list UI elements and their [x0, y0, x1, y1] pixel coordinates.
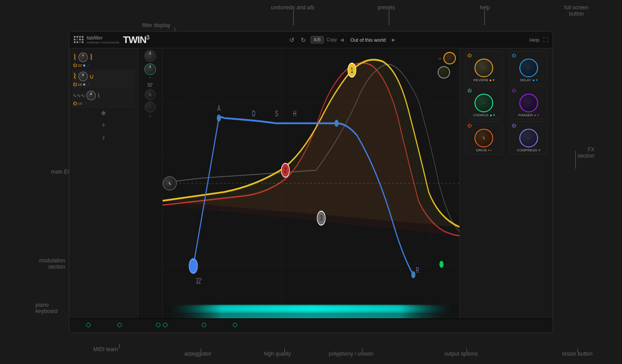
eg-pitch-knob[interactable]	[145, 102, 156, 112]
fx-row-3: ⏻ DRIVE	[463, 121, 550, 154]
delay-label: DELAY	[520, 78, 531, 82]
next-preset-button[interactable]: ▶	[392, 37, 395, 42]
osc2-power[interactable]: ⏻	[73, 82, 77, 87]
placement-indicator-x	[156, 323, 160, 327]
label-resize: resize button	[562, 351, 593, 357]
osc1-power[interactable]: ⏻	[73, 63, 77, 67]
plugin-main: fabfilter software instruments TWIN3 ↺ ↻…	[69, 31, 553, 333]
chorus-power[interactable]: ⏻	[467, 88, 471, 93]
reverb-power[interactable]: ⏻	[467, 53, 471, 58]
compress-knob[interactable]: ···	[519, 129, 538, 147]
drive-dots	[488, 150, 492, 151]
filter-visualization-area[interactable]: 1 2 3	[163, 48, 459, 318]
eg-knob-2: •	[144, 63, 156, 79]
drive-power[interactable]: ⏻	[467, 123, 471, 128]
fx-phaser: ⏻ ··· PHASER ▾	[510, 86, 547, 119]
chorus-dropdown[interactable]: ▾	[493, 113, 495, 117]
osc2-detune: ..″	[86, 83, 89, 87]
fx-delay: ⏻ ··· DELAY ▾	[510, 51, 547, 84]
drive-dot-1	[488, 150, 490, 151]
reverb-dot	[490, 79, 491, 81]
mod-effects: Effects	[219, 319, 251, 333]
fullscreen-button[interactable]: ⛶	[543, 37, 548, 43]
label-high-quality: high quality	[264, 351, 291, 357]
ab-button[interactable]: A/B	[311, 36, 324, 44]
help-button[interactable]: Help	[529, 37, 539, 43]
oscillator-1: ⌇ ⌇ ⏻ 32' ..″	[72, 51, 135, 69]
crunch-indicator	[202, 323, 206, 327]
svg-text:S: S	[275, 109, 278, 118]
eg-octave-label: 32'	[147, 83, 153, 87]
add-osc-button[interactable]: +	[72, 119, 135, 132]
redo-button[interactable]: ↻	[299, 36, 308, 44]
reverb-knob[interactable]: ···	[474, 59, 493, 77]
connection-knob[interactable]	[163, 176, 177, 190]
osc1-wave1: ⌇	[73, 52, 77, 62]
osc1-pitch-knob[interactable]	[78, 52, 88, 62]
osc3-wave2: ⌇	[97, 92, 100, 99]
fx-chorus: ⏻ ··· CHORUS ▾	[465, 86, 503, 119]
delay-dropdown[interactable]: ▾	[536, 78, 538, 82]
compress-power[interactable]: ⏻	[512, 123, 516, 128]
eg-knob-1-control[interactable]	[144, 50, 156, 62]
osc3-knob[interactable]	[86, 91, 96, 100]
compress-label: COMPRESS	[517, 148, 537, 152]
svg-point-24	[189, 259, 197, 273]
oscillator-2: ⌇ ∪ ⏻ 16' ..″	[72, 70, 135, 88]
osc3-detune: ..″	[83, 102, 86, 106]
eg-left-column: • 32' ∪ ♩	[138, 48, 163, 318]
copy-button[interactable]: Copy	[327, 37, 337, 42]
svg-text:H: H	[293, 109, 296, 118]
svg-point-22	[335, 120, 339, 127]
phaser-power[interactable]: ⏻	[512, 88, 516, 93]
oscillator-3: ∿∿∿ ⌇ ⏻ 16' ..″	[72, 89, 135, 107]
label-filter-display: filter display	[142, 22, 170, 28]
chorus-label: CHORUS	[473, 113, 489, 117]
svg-point-23	[411, 271, 415, 278]
osc2-octave: 16'	[78, 83, 82, 87]
svg-text:3: 3	[320, 214, 322, 222]
phaser-knob[interactable]: ···	[519, 94, 538, 112]
mod-knob-2[interactable]	[438, 66, 450, 79]
svg-text:32': 32'	[196, 277, 202, 285]
fab-logo: fabfilter software instruments	[74, 35, 120, 44]
svg-text:2: 2	[284, 166, 287, 174]
chorus-knob[interactable]: ···	[474, 94, 493, 112]
compress-dropdown[interactable]: ▾	[538, 148, 540, 152]
prev-preset-button[interactable]: ◀	[340, 37, 344, 42]
svg-point-33	[439, 261, 443, 268]
eg-dot-2: •	[150, 76, 151, 79]
delay-power[interactable]: ⏻	[512, 53, 516, 58]
fx-row-1: ⏻ ··· REVERB ▾ ⏻	[463, 51, 550, 84]
fab-brand-sub: software instruments	[87, 40, 120, 44]
label-keyboard: pianokeyboard	[36, 302, 57, 314]
label-arpeggiator: arpeggiator	[184, 351, 211, 357]
mod-knob-1[interactable]	[443, 52, 456, 64]
label-fullscreen: full screenbutton	[564, 4, 589, 17]
placement-indicator-y	[163, 323, 167, 327]
label-fx-section: FXsection	[578, 146, 594, 159]
fab-brand-name: fabfilter	[87, 35, 120, 40]
mod-placement: X Y Placement	[135, 319, 188, 333]
mod-brightness: Brightness	[104, 319, 135, 333]
undo-button[interactable]: ↺	[287, 36, 296, 44]
eg-knob-2-control[interactable]	[144, 63, 156, 75]
drive-knob[interactable]	[474, 129, 493, 147]
phaser-dot	[534, 115, 536, 116]
chorus-dot	[490, 115, 492, 116]
osc3-power[interactable]: ⏻	[73, 101, 77, 106]
label-polyphony: polyphony / unison	[329, 351, 373, 357]
osc3-wave1: ∿∿∿	[73, 93, 85, 99]
reverb-label: REVERB	[474, 78, 488, 82]
osc1-dot	[83, 64, 85, 67]
delay-knob[interactable]: ···	[519, 59, 538, 77]
filter-svg: 1 2 3	[163, 48, 459, 318]
osc2-wave-knob[interactable]	[78, 71, 88, 81]
drive-dot-2	[490, 150, 492, 151]
fx-drive: ⏻ DRIVE	[465, 121, 503, 154]
phaser-dropdown[interactable]: ▾	[537, 113, 539, 117]
label-help: help	[480, 4, 490, 11]
label-presets: presets	[378, 4, 395, 11]
reverb-dropdown[interactable]: ▾	[493, 78, 494, 82]
eg-sub-knob[interactable]: ∪	[145, 89, 156, 100]
